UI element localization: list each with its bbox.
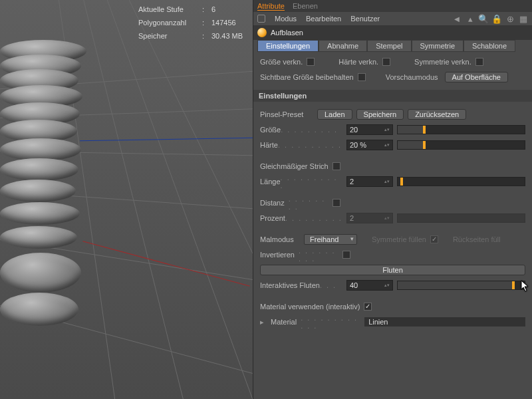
- label-laenge: Länge: [260, 178, 281, 186]
- menu-modus[interactable]: Modus: [275, 15, 297, 23]
- input-prozent: 2▴▾: [346, 213, 393, 223]
- nav-up-icon[interactable]: ▴: [466, 14, 475, 23]
- checkbox-haerte-verkn[interactable]: [382, 58, 390, 66]
- subtabs: Einstellungen Abnahme Stempel Symmetrie …: [253, 40, 532, 52]
- new-icon[interactable]: ▦: [519, 14, 528, 23]
- subtab-schablone[interactable]: Schablone: [464, 40, 515, 52]
- label-prozent: Prozent: [260, 214, 285, 222]
- checkbox-sichtbar[interactable]: [358, 73, 366, 81]
- checkbox-groesse-verkn[interactable]: [307, 58, 315, 66]
- panel-tabs: Attribute Ebenen: [253, 0, 532, 12]
- search-icon[interactable]: 🔍: [479, 14, 488, 23]
- stat-stufe-label: Aktuelle Stufe: [138, 5, 198, 15]
- slider-haerte[interactable]: [397, 140, 525, 150]
- button-speichern[interactable]: Speichern: [356, 109, 404, 120]
- checkbox-symmetrie-verkn[interactable]: [475, 58, 483, 66]
- tab-ebenen[interactable]: Ebenen: [293, 2, 318, 10]
- slider-interaktives-fluten[interactable]: [397, 281, 525, 290]
- button-laden[interactable]: Laden: [317, 109, 352, 120]
- panel-icon[interactable]: [257, 15, 265, 23]
- attributes-panel: Attribute Ebenen Modus Bearbeiten Benutz…: [253, 0, 532, 399]
- button-zuruecksetzen[interactable]: Zurücksetzen: [408, 109, 466, 120]
- input-haerte[interactable]: 20 %▴▾: [346, 140, 393, 150]
- label-symmetrie-fuellen: Symmetrie füllen: [372, 235, 426, 243]
- subtab-stempel[interactable]: Stempel: [367, 40, 411, 52]
- stat-mem-value: 30.43 MB: [211, 31, 243, 41]
- label-groesse: Größe: [260, 126, 281, 134]
- slider-groesse[interactable]: [397, 125, 525, 134]
- menu-benutzer[interactable]: Benutzer: [350, 15, 380, 23]
- viewport-3d[interactable]: Aktuelle Stufe:6 Polygonanzahl:147456 Sp…: [0, 0, 253, 399]
- label-haerte: Härte: [260, 141, 278, 149]
- tool-title: Aufblasen: [271, 29, 303, 37]
- label-haerte-verkn: Härte verkn.: [338, 58, 378, 66]
- subtab-abnahme[interactable]: Abnahme: [319, 40, 367, 52]
- tab-attribute[interactable]: Attribute: [257, 2, 285, 11]
- label-material-verwenden: Material verwenden (interaktiv): [260, 303, 360, 311]
- label-distanz: Distanz: [260, 199, 285, 207]
- section-header-einstellungen: Einstellungen: [253, 90, 532, 102]
- subtab-symmetrie[interactable]: Symmetrie: [412, 40, 464, 52]
- checkbox-symmetrie-fuellen: [430, 235, 438, 243]
- label-gleichmaessig: Gleichmäßiger Strich: [260, 162, 329, 170]
- label-symmetrie-verkn: Symmetrie verkn.: [414, 58, 471, 66]
- nav-back-icon[interactable]: ◄: [452, 14, 462, 23]
- checkbox-invertieren[interactable]: [342, 251, 350, 259]
- target-icon[interactable]: ⊕: [505, 14, 515, 23]
- input-interaktives-fluten[interactable]: 40▴▾: [346, 280, 393, 291]
- tool-icon: [257, 28, 267, 37]
- stat-poly-label: Polygonanzahl: [138, 18, 198, 28]
- button-fluten[interactable]: Fluten: [260, 265, 525, 275]
- lock-icon[interactable]: 🔒: [492, 14, 501, 23]
- label-invertieren: Invertieren: [260, 251, 295, 259]
- input-laenge[interactable]: 2▴▾: [346, 176, 393, 187]
- stat-mem-label: Speicher: [138, 31, 198, 41]
- label-malmodus: Malmodus: [260, 235, 300, 243]
- label-rueckseiten: Rückseiten füll: [453, 235, 501, 243]
- field-material[interactable]: Linien: [364, 317, 525, 327]
- checkbox-distanz[interactable]: [332, 199, 340, 207]
- dropdown-vorschau[interactable]: Auf Oberfläche: [445, 72, 508, 82]
- expand-arrow-icon[interactable]: ▸: [260, 318, 264, 327]
- label-sichtbar: Sichtbare Größe beibehalten: [260, 73, 354, 81]
- slider-prozent: [397, 213, 525, 223]
- viewport-stats: Aktuelle Stufe:6 Polygonanzahl:147456 Sp…: [138, 3, 243, 43]
- dropdown-malmodus[interactable]: Freihand: [304, 234, 357, 245]
- label-interaktives-fluten: Interaktives Fluten: [260, 281, 320, 289]
- sculpt-object[interactable]: [0, 40, 80, 326]
- menu-bearbeiten[interactable]: Bearbeiten: [306, 15, 341, 23]
- label-material: Material: [271, 318, 297, 326]
- stat-stufe-value: 6: [211, 5, 215, 15]
- label-groesse-verkn: Größe verkn.: [260, 58, 303, 66]
- panel-menubar: Modus Bearbeiten Benutzer ◄ ▴ 🔍 🔒 ⊕ ▦: [253, 12, 532, 25]
- input-groesse[interactable]: 20▴▾: [346, 124, 393, 135]
- tool-title-row: Aufblasen: [253, 25, 532, 40]
- slider-laenge[interactable]: [397, 177, 525, 186]
- label-pinsel-preset: Pinsel-Preset: [260, 110, 313, 118]
- subtab-einstellungen[interactable]: Einstellungen: [257, 40, 319, 52]
- label-vorschau: Vorschaumodus: [386, 73, 438, 81]
- checkbox-gleichmaessig[interactable]: [332, 162, 340, 170]
- stat-poly-value: 147456: [211, 18, 236, 28]
- checkbox-material-verwenden[interactable]: [364, 303, 372, 311]
